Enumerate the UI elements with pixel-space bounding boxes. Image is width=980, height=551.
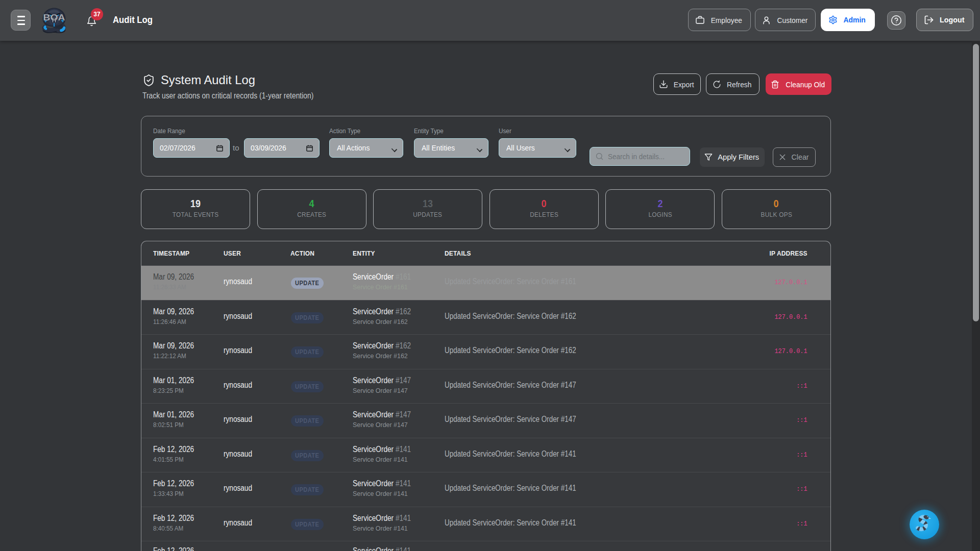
svg-text:BOA: BOA: [43, 13, 66, 22]
